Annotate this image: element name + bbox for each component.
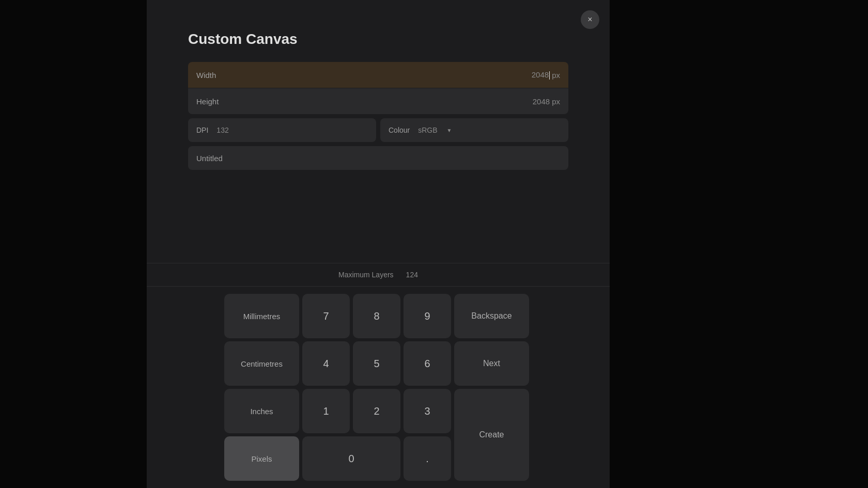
key-0-button[interactable]: 0 — [302, 436, 400, 481]
name-field[interactable]: Untitled — [188, 146, 568, 170]
max-layers-value: 124 — [406, 271, 418, 279]
unit-pixels-button[interactable]: Pixels — [224, 436, 299, 481]
key-5-button[interactable]: 5 — [353, 341, 400, 386]
dpi-label: DPI — [196, 126, 208, 134]
key-1-button[interactable]: 1 — [302, 389, 350, 433]
key-2-button[interactable]: 2 — [353, 389, 400, 433]
create-button[interactable]: Create — [454, 389, 529, 481]
key-9-button[interactable]: 9 — [404, 294, 451, 338]
close-button[interactable]: × — [581, 10, 599, 29]
backspace-button[interactable]: Backspace — [454, 294, 529, 338]
cursor — [549, 71, 550, 80]
key-6-button[interactable]: 6 — [404, 341, 451, 386]
max-layers-bar: Maximum Layers 124 — [147, 263, 610, 287]
height-field-row[interactable]: Height 2048 px — [188, 88, 568, 114]
key-7-button[interactable]: 7 — [302, 294, 350, 338]
key-4-button[interactable]: 4 — [302, 341, 350, 386]
key-8-button[interactable]: 8 — [353, 294, 400, 338]
colour-dropdown-arrow: ▼ — [447, 128, 452, 133]
custom-canvas-dialog: × Custom Canvas Width 2048 px Height 204… — [147, 0, 610, 488]
height-label: Height — [196, 97, 533, 106]
colour-label: Colour — [389, 126, 410, 134]
dpi-box[interactable]: DPI 132 — [188, 118, 376, 142]
key-decimal-button[interactable]: . — [404, 436, 451, 481]
max-layers-label: Maximum Layers — [338, 271, 394, 279]
next-button[interactable]: Next — [454, 341, 529, 386]
height-value: 2048 — [533, 97, 550, 106]
dialog-top-section: Custom Canvas Width 2048 px Height 2048 … — [147, 0, 610, 263]
key-3-button[interactable]: 3 — [404, 389, 451, 433]
unit-centimetres-button[interactable]: Centimetres — [224, 341, 299, 386]
colour-box[interactable]: Colour sRGB ▼ — [380, 118, 568, 142]
dialog-title: Custom Canvas — [188, 31, 568, 48]
dialog-bottom-section: Maximum Layers 124 Millimetres 7 8 9 Bac… — [147, 263, 610, 488]
width-value: 2048 — [532, 70, 550, 80]
name-value: Untitled — [196, 154, 223, 163]
width-field-row[interactable]: Width 2048 px — [188, 62, 568, 88]
unit-millimetres-button[interactable]: Millimetres — [224, 294, 299, 338]
dpi-value: 132 — [216, 126, 228, 134]
colour-value: sRGB — [418, 126, 437, 134]
height-unit: px — [552, 97, 560, 106]
keypad: Millimetres 7 8 9 Backspace Centimetres … — [147, 287, 610, 488]
width-label: Width — [196, 71, 532, 80]
unit-inches-button[interactable]: Inches — [224, 389, 299, 433]
dpi-colour-row: DPI 132 Colour sRGB ▼ — [188, 118, 568, 142]
width-unit: px — [552, 71, 560, 80]
